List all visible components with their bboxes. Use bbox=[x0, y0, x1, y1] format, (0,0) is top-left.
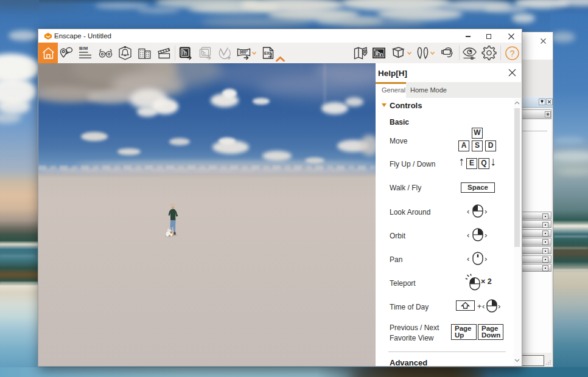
svg-text:360°: 360° bbox=[239, 50, 248, 54]
svg-text:?: ? bbox=[509, 49, 514, 58]
svg-text:BIM: BIM bbox=[79, 46, 88, 51]
svg-text:EXE: EXE bbox=[264, 51, 272, 55]
